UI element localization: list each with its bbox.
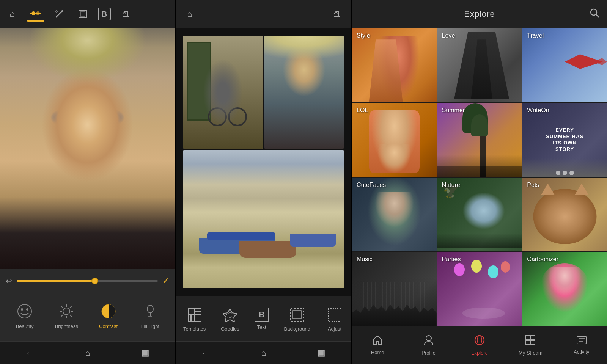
explore-header: Explore — [352, 0, 607, 28]
slider-row: ↩ ✓ — [0, 273, 175, 289]
svg-rect-38 — [328, 308, 341, 321]
collage-cell-bike[interactable] — [183, 36, 263, 149]
share-icon[interactable] — [118, 6, 134, 22]
mystream-nav-label: My Stream — [519, 350, 543, 356]
text-icon: B — [255, 308, 269, 322]
explore-cell-parties[interactable]: Parties — [437, 252, 522, 326]
explore-cell-music[interactable]: Music — [352, 252, 437, 326]
svg-rect-33 — [195, 315, 201, 321]
beautify-label: Beautify — [16, 323, 34, 329]
explore-cell-writeon[interactable]: WriteOn EVERY SUMMER HAS ITS OWN STORY — [522, 103, 607, 177]
goodies-label: Goodies — [221, 326, 239, 332]
collage-photo-area — [176, 28, 351, 296]
explore-nav: Home Profile Explore — [352, 326, 607, 364]
filllight-icon — [140, 301, 160, 321]
contrast-icon — [99, 301, 118, 321]
svg-rect-46 — [526, 336, 530, 340]
editor-toolbar: ⌂ B — [0, 0, 175, 28]
svg-point-10 — [18, 304, 31, 318]
svg-line-19 — [70, 315, 72, 317]
templates-icon — [186, 306, 204, 324]
svg-rect-48 — [526, 340, 530, 345]
explore-title: Explore — [464, 9, 495, 19]
frame-icon[interactable] — [74, 6, 91, 22]
tool-contrast[interactable]: Contrast — [95, 301, 122, 329]
svg-point-23 — [147, 305, 153, 313]
collage-cell-girl[interactable] — [264, 36, 344, 149]
home-button[interactable]: ⌂ — [77, 344, 97, 362]
collage-home-button[interactable]: ⌂ — [253, 344, 274, 362]
tool-text[interactable]: B Text — [255, 308, 269, 330]
mystream-nav-icon — [525, 335, 536, 348]
explore-nav-icon — [474, 335, 485, 348]
explore-cell-travel[interactable]: Travel — [522, 28, 607, 102]
style-label: Style — [357, 32, 370, 39]
explore-nav-label: Explore — [471, 350, 488, 356]
svg-point-11 — [21, 308, 23, 311]
tools-row: Beautify Brig — [0, 289, 175, 341]
panel-explore: Explore Style Love — [352, 0, 607, 364]
tool-adjust[interactable]: Adjust — [326, 306, 344, 332]
text-label: Text — [257, 324, 266, 330]
summer-label: Summer — [442, 107, 465, 114]
cutefaces-label: CuteFaces — [357, 182, 386, 188]
recent-button[interactable]: ▣ — [134, 344, 157, 362]
explore-cell-cutefaces[interactable]: CuteFaces — [352, 178, 437, 252]
svg-line-40 — [596, 14, 599, 17]
adjust-icon[interactable] — [27, 6, 44, 22]
explore-cell-style[interactable]: Style — [352, 28, 437, 102]
nav-explore[interactable]: Explore — [461, 335, 498, 356]
explore-cell-lol[interactable]: LOL — [352, 103, 437, 177]
collage-nav-bar: ← ⌂ ▣ — [176, 341, 351, 364]
adjust-label: Adjust — [328, 326, 341, 332]
tool-background[interactable]: Background — [284, 306, 310, 332]
collage-recent-button[interactable]: ▣ — [310, 344, 333, 362]
explore-cell-cartoonizer[interactable]: Cartoonizer — [522, 252, 607, 326]
tool-goodies[interactable]: Goodies — [221, 306, 239, 332]
background-icon — [288, 306, 306, 324]
tool-brightness[interactable]: Brightness — [53, 301, 80, 329]
bold-icon[interactable]: B — [98, 8, 111, 20]
home-icon[interactable]: ⌂ — [4, 6, 20, 22]
explore-cell-summer[interactable]: Summer — [437, 103, 522, 177]
travel-label: Travel — [527, 32, 544, 39]
collage-share-icon[interactable] — [329, 6, 346, 22]
goodies-icon — [221, 306, 239, 324]
collage-home-icon[interactable]: ⌂ — [181, 6, 198, 22]
collage-back-button[interactable]: ← — [194, 344, 217, 362]
svg-rect-29 — [195, 308, 201, 311]
back-button[interactable]: ← — [18, 344, 41, 362]
explore-cell-nature[interactable]: 🦅 Nature — [437, 178, 522, 252]
panel-collage: ⌂ — [176, 0, 352, 364]
collage-grid — [183, 36, 344, 288]
svg-point-13 — [63, 308, 70, 315]
collage-cell-boats[interactable] — [183, 150, 344, 288]
pets-label: Pets — [527, 182, 539, 188]
nav-profile[interactable]: Profile — [410, 335, 448, 356]
svg-rect-28 — [188, 308, 194, 314]
undo-button[interactable]: ↩ — [6, 276, 12, 286]
nature-label: Nature — [442, 182, 460, 188]
svg-marker-35 — [226, 311, 234, 318]
search-icon[interactable] — [590, 8, 599, 20]
adjust-icon — [326, 306, 344, 324]
tool-filllight[interactable]: Fill Light — [137, 301, 164, 329]
editor-photo-area — [0, 28, 175, 269]
templates-label: Templates — [183, 326, 206, 332]
magic-icon[interactable] — [51, 6, 68, 22]
contrast-slider[interactable] — [17, 280, 158, 282]
svg-rect-8 — [80, 12, 85, 16]
tool-templates[interactable]: Templates — [183, 306, 206, 332]
tool-beautify[interactable]: Beautify — [11, 301, 38, 329]
nav-home[interactable]: Home — [359, 335, 396, 355]
svg-line-20 — [70, 306, 72, 308]
explore-grid: Style Love Travel LOL — [352, 28, 607, 326]
explore-cell-love[interactable]: Love — [437, 28, 522, 102]
nav-activity[interactable]: Activity — [563, 336, 601, 355]
confirm-button[interactable]: ✓ — [162, 276, 169, 286]
nav-mystream[interactable]: My Stream — [511, 335, 549, 356]
svg-marker-34 — [223, 309, 237, 322]
explore-cell-pets[interactable]: Pets — [522, 178, 607, 252]
svg-point-6 — [56, 11, 57, 12]
activity-nav-icon — [576, 336, 587, 347]
